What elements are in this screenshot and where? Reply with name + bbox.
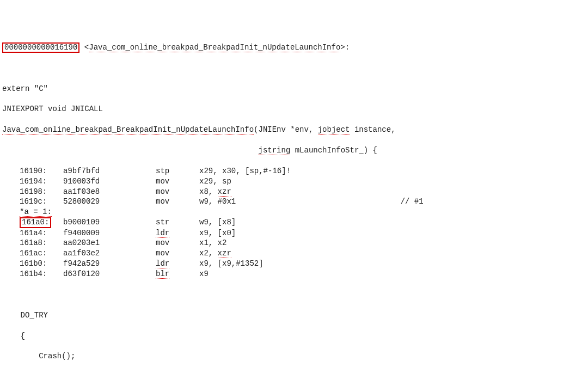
header-offset-box: 0000000000016190 <box>2 42 79 53</box>
header-symbol: Java_com_online_breakpad_BreakpadInit_nU… <box>89 43 340 52</box>
asm-row: 161b4:d63f0120blrx9 <box>2 269 586 279</box>
asm-row: 16190:a9bf7bfdstpx29, x30, [sp,#-16]! <box>2 166 586 176</box>
inline-src: *a = 1: <box>2 207 586 217</box>
jniexport: JNIEXPORT void JNICALL <box>2 104 586 114</box>
asm-row: 161b0:f942a529ldrx9, [x9,#1352] <box>2 259 586 269</box>
addr-boxed: 161a0: <box>20 217 51 228</box>
mnemonic: mov <box>156 238 199 248</box>
addr: 161a8: <box>20 238 63 248</box>
mnemonic: mov <box>156 197 199 207</box>
operands: x8, xzr <box>199 187 231 197</box>
addr: 161b4: <box>20 269 63 279</box>
asm-row: 1619c:52800029movw9, #0x1 // #1 <box>2 197 586 207</box>
addr: 161b0: <box>20 259 63 269</box>
asm-block-1: 16190:a9bf7bfdstpx29, x30, [sp,#-16]!161… <box>2 166 586 279</box>
opcode: 910003fd <box>63 176 156 187</box>
asm-row: 161a0:b9000109strw9, [x8] <box>2 217 586 228</box>
opcode: a9bf7bfd <box>63 166 156 176</box>
opcode: aa0203e1 <box>63 238 156 248</box>
src-lbrace: { <box>2 331 586 341</box>
mnemonic: str <box>156 217 199 228</box>
opcode: f9400009 <box>63 228 156 238</box>
addr: 161ac: <box>20 248 63 259</box>
operands: x2, xzr <box>199 249 231 258</box>
operands: x1, x2 <box>199 238 226 247</box>
asm-row: 16198:aa1f03e8movx8, xzr <box>2 187 586 197</box>
mnemonic: mov <box>156 248 199 259</box>
symbol-header: 0000000000016190 <Java_com_online_breakp… <box>2 42 586 53</box>
opcode: b9000109 <box>63 217 156 228</box>
addr: 161a4: <box>20 228 63 238</box>
addr: 16190: <box>20 166 63 176</box>
addr: 16194: <box>20 176 63 187</box>
src-crash: Crash(); <box>2 351 586 362</box>
opcode: aa1f03e8 <box>63 187 156 197</box>
opcode: f942a529 <box>63 259 156 269</box>
fn-decl-line1: Java_com_online_breakpad_BreakpadInit_nU… <box>2 125 586 135</box>
operands: w9, [x8] <box>199 218 236 227</box>
asm-row: 161a4:f9400009ldrx9, [x0] <box>2 228 586 238</box>
fn-decl-line2: jstring mLaunchInfoStr_) { <box>2 145 586 156</box>
asm-row: 16194:910003fdmovx29, sp <box>2 176 586 187</box>
addr: 16198: <box>20 187 63 197</box>
mnemonic: blr <box>156 269 199 279</box>
asm-row: 161a8:aa0203e1movx1, x2 <box>2 238 586 248</box>
mnemonic: mov <box>156 187 199 197</box>
operands: x9 <box>199 270 209 278</box>
mnemonic: stp <box>156 166 199 176</box>
extern-c: extern "C" <box>2 84 586 94</box>
operands: x9, [x0] <box>199 229 236 237</box>
operands: x9, [x9,#1352] <box>199 259 264 268</box>
mnemonic: ldr <box>156 228 199 238</box>
addr: 1619c: <box>20 197 63 207</box>
operands: w9, #0x1 <box>199 197 236 206</box>
src-do-try: DO_TRY <box>2 310 586 321</box>
mnemonic: ldr <box>156 259 199 269</box>
opcode: aa1f03e2 <box>63 248 156 259</box>
comment: // #1 <box>236 197 423 206</box>
asm-row: 161ac:aa1f03e2movx2, xzr <box>2 248 586 259</box>
opcode: 52800029 <box>63 197 156 207</box>
operands: x29, x30, [sp,#-16]! <box>199 167 291 175</box>
operands: x29, sp <box>199 177 231 186</box>
opcode: d63f0120 <box>63 269 156 279</box>
mnemonic: mov <box>156 176 199 187</box>
